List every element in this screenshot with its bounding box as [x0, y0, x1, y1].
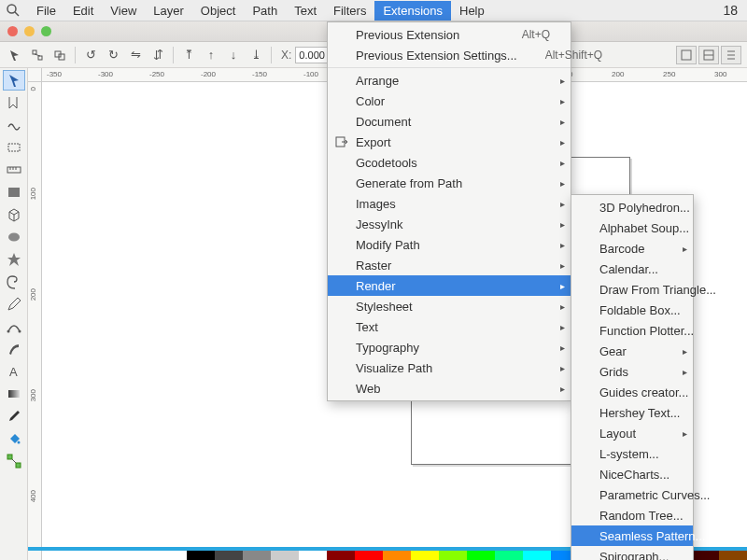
swatch[interactable]	[271, 551, 299, 560]
lower-bottom-icon[interactable]: ⤓	[247, 46, 265, 64]
swatch[interactable]	[383, 551, 411, 560]
tweak-tool[interactable]	[3, 115, 25, 135]
menu-item-modify-path[interactable]: Modify Path▸	[328, 234, 571, 255]
edit-icon[interactable]	[50, 46, 69, 64]
node-tool[interactable]	[3, 92, 25, 113]
menu-item-document[interactable]: Document▸	[328, 111, 571, 132]
minimize-button[interactable]	[24, 26, 35, 36]
menu-item-web[interactable]: Web▸	[328, 378, 571, 399]
menu-path[interactable]: Path	[244, 1, 286, 21]
menu-item-alphabet-soup[interactable]: Alphabet Soup...	[571, 217, 693, 238]
star-tool[interactable]	[3, 249, 25, 270]
menu-item-3d-polyhedron[interactable]: 3D Polyhedron...	[571, 197, 693, 217]
snap-toggle-1[interactable]	[676, 46, 697, 64]
swatch[interactable]	[467, 551, 495, 560]
calligraphy-tool[interactable]	[3, 339, 25, 359]
node-icon[interactable]	[28, 46, 47, 64]
menu-item-function-plotter[interactable]: Function Plotter...	[571, 320, 693, 341]
menu-item-hershey-text[interactable]: Hershey Text...	[571, 402, 693, 423]
menu-item-foldable-box[interactable]: Foldable Box...	[571, 300, 693, 320]
swatch[interactable]	[187, 551, 215, 560]
menu-item-jessyink[interactable]: JessyInk▸	[328, 214, 571, 234]
menu-item-l-system[interactable]: L-system...	[571, 443, 693, 464]
selector-tool[interactable]	[3, 70, 25, 91]
swatch[interactable]	[355, 551, 383, 560]
swatch[interactable]	[299, 551, 327, 560]
menu-edit[interactable]: Edit	[64, 1, 102, 21]
connector-tool[interactable]	[3, 451, 25, 471]
swatch[interactable]	[719, 551, 747, 560]
menu-item-label: Layout	[599, 427, 636, 441]
snap-toggle-2[interactable]	[698, 46, 719, 64]
menu-item-parametric-curves[interactable]: Parametric Curves...	[571, 484, 693, 505]
raise-top-icon[interactable]: ⤒	[179, 46, 198, 64]
maximize-button[interactable]	[41, 26, 51, 36]
swatch[interactable]	[523, 551, 551, 560]
menu-item-previous-extension-settings[interactable]: Previous Extension Settings...Alt+Shift+…	[328, 45, 571, 65]
menu-item-layout[interactable]: Layout▸	[571, 423, 693, 443]
menu-item-color[interactable]: Color▸	[328, 91, 571, 111]
menu-item-stylesheet[interactable]: Stylesheet▸	[328, 296, 571, 316]
lower-icon[interactable]: ↓	[224, 46, 243, 64]
dropper-tool[interactable]	[3, 406, 25, 427]
swatch[interactable]	[439, 551, 467, 560]
menu-item-arrange[interactable]: Arrange▸	[328, 70, 571, 91]
text-tool[interactable]: A	[3, 361, 25, 382]
menu-item-raster[interactable]: Raster▸	[328, 255, 571, 275]
menu-item-visualize-path[interactable]: Visualize Path▸	[328, 357, 571, 378]
menu-item-draw-from-triangle[interactable]: Draw From Triangle...	[571, 279, 693, 300]
swatch[interactable]	[691, 551, 719, 560]
swatch[interactable]	[495, 551, 523, 560]
menu-help[interactable]: Help	[451, 1, 493, 21]
menu-file[interactable]: File	[28, 1, 64, 21]
submenu-arrow-icon: ▸	[560, 240, 565, 250]
gradient-tool[interactable]	[3, 384, 25, 404]
snap-toggle-3[interactable]	[721, 46, 741, 64]
ellipse-tool[interactable]	[3, 227, 25, 247]
swatch[interactable]	[327, 551, 355, 560]
menu-item-text[interactable]: Text▸	[328, 316, 571, 337]
flip-h-icon[interactable]: ⇋	[126, 46, 145, 64]
menu-item-export[interactable]: Export▸	[328, 132, 571, 152]
menu-item-grids[interactable]: Grids▸	[571, 361, 693, 382]
menu-object[interactable]: Object	[192, 1, 245, 21]
menu-item-render[interactable]: Render▸	[328, 275, 571, 296]
arrow-icon[interactable]	[6, 46, 24, 64]
menu-view[interactable]: View	[102, 1, 145, 21]
menu-item-previous-extension[interactable]: Previous ExtensionAlt+Q	[328, 24, 571, 45]
menu-item-images[interactable]: Images▸	[328, 193, 571, 214]
bezier-tool[interactable]	[3, 316, 25, 337]
svg-rect-18	[8, 188, 20, 197]
rotate-ccw-icon[interactable]: ↺	[81, 46, 100, 64]
swatch[interactable]	[215, 551, 243, 560]
rect-tool[interactable]	[3, 182, 25, 203]
menu-item-spirograph[interactable]: Spirograph...	[571, 546, 693, 560]
menu-item-gcodetools[interactable]: Gcodetools▸	[328, 152, 571, 173]
spiral-tool[interactable]	[3, 272, 25, 292]
menu-item-typography[interactable]: Typography▸	[328, 337, 571, 357]
menu-extensions[interactable]: Extensions	[374, 1, 451, 21]
zoom-tool[interactable]	[3, 137, 25, 158]
close-button[interactable]	[7, 26, 18, 36]
menu-filters[interactable]: Filters	[325, 1, 374, 21]
menu-text[interactable]: Text	[286, 1, 325, 21]
menu-item-generate-from-path[interactable]: Generate from Path▸	[328, 173, 571, 193]
search-icon[interactable]	[6, 3, 21, 18]
rotate-cw-icon[interactable]: ↻	[104, 46, 122, 64]
menu-item-barcode[interactable]: Barcode▸	[571, 238, 693, 259]
menu-item-gear[interactable]: Gear▸	[571, 341, 693, 361]
3dbox-tool[interactable]	[3, 204, 25, 225]
measure-tool[interactable]	[3, 160, 25, 180]
swatch[interactable]	[243, 551, 271, 560]
raise-icon[interactable]: ↑	[202, 46, 220, 64]
menu-layer[interactable]: Layer	[145, 1, 192, 21]
flip-v-icon[interactable]: ⇵	[148, 46, 167, 64]
menu-item-seamless-pattern[interactable]: Seamless Pattern...	[571, 525, 693, 546]
menu-item-guides-creator[interactable]: Guides creator...	[571, 382, 693, 402]
pencil-tool[interactable]	[3, 294, 25, 315]
menu-item-nicecharts[interactable]: NiceCharts...	[571, 464, 693, 484]
menu-item-calendar[interactable]: Calendar...	[571, 259, 693, 279]
paintbucket-tool[interactable]	[3, 428, 25, 449]
swatch[interactable]	[411, 551, 439, 560]
menu-item-random-tree[interactable]: Random Tree...	[571, 505, 693, 525]
